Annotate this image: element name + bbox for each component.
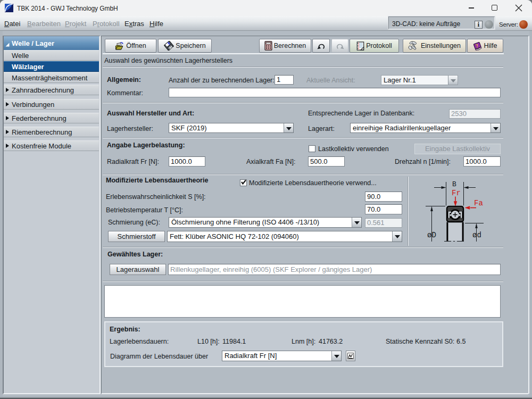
svg-text:B: B: [452, 180, 456, 188]
svg-text:Fr: Fr: [452, 189, 461, 197]
svg-text:Fa: Fa: [474, 199, 483, 207]
svg-text:øD: øD: [427, 231, 436, 239]
svg-text:ød: ød: [472, 231, 481, 239]
